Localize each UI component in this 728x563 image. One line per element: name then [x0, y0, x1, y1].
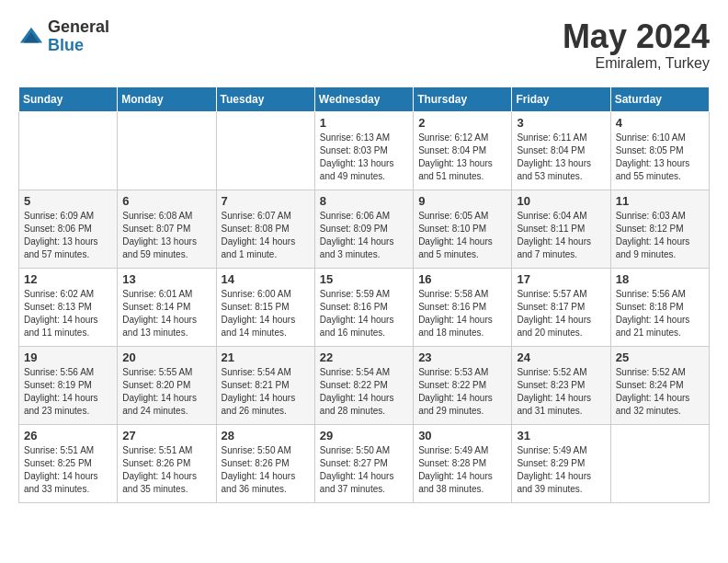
sunrise-text: Sunrise: 6:09 AM: [24, 210, 112, 223]
daylight-text: Daylight: 14 hours and 37 minutes.: [320, 470, 408, 496]
day-info: Sunrise: 6:01 AMSunset: 8:14 PMDaylight:…: [122, 288, 210, 339]
table-row: 23Sunrise: 5:53 AMSunset: 8:22 PMDayligh…: [414, 346, 512, 424]
sunset-text: Sunset: 8:05 PM: [616, 144, 704, 157]
table-row: 2Sunrise: 6:12 AMSunset: 8:04 PMDaylight…: [414, 111, 512, 190]
day-number: 15: [320, 272, 408, 286]
day-number: 22: [320, 350, 408, 364]
table-row: 11Sunrise: 6:03 AMSunset: 8:12 PMDayligh…: [610, 190, 709, 268]
table-row: [610, 424, 709, 502]
daylight-text: Daylight: 14 hours and 7 minutes.: [517, 236, 605, 261]
table-row: 13Sunrise: 6:01 AMSunset: 8:14 PMDayligh…: [118, 268, 216, 346]
sunset-text: Sunset: 8:21 PM: [222, 379, 310, 392]
day-info: Sunrise: 5:52 AMSunset: 8:24 PMDaylight:…: [616, 366, 704, 418]
day-info: Sunrise: 5:55 AMSunset: 8:20 PMDaylight:…: [122, 366, 210, 418]
sunrise-text: Sunrise: 6:03 AM: [616, 210, 704, 223]
sunset-text: Sunset: 8:03 PM: [320, 144, 408, 157]
daylight-text: Daylight: 14 hours and 39 minutes.: [517, 470, 605, 496]
table-row: 12Sunrise: 6:02 AMSunset: 8:13 PMDayligh…: [19, 268, 118, 346]
day-info: Sunrise: 6:08 AMSunset: 8:07 PMDaylight:…: [122, 210, 210, 261]
sunset-text: Sunset: 8:28 PM: [418, 457, 506, 470]
sunset-text: Sunset: 8:13 PM: [24, 301, 112, 314]
day-info: Sunrise: 5:53 AMSunset: 8:22 PMDaylight:…: [418, 366, 506, 418]
sunrise-text: Sunrise: 6:04 AM: [517, 210, 605, 223]
daylight-text: Daylight: 14 hours and 13 minutes.: [122, 314, 210, 339]
day-info: Sunrise: 6:13 AMSunset: 8:03 PMDaylight:…: [320, 132, 408, 183]
daylight-text: Daylight: 14 hours and 26 minutes.: [222, 392, 310, 418]
day-number: 29: [320, 429, 408, 442]
daylight-text: Daylight: 14 hours and 20 minutes.: [517, 314, 605, 339]
day-number: 17: [517, 272, 605, 286]
table-row: 27Sunrise: 5:51 AMSunset: 8:26 PMDayligh…: [118, 424, 216, 502]
table-row: 4Sunrise: 6:10 AMSunset: 8:05 PMDaylight…: [610, 111, 709, 190]
sunset-text: Sunset: 8:15 PM: [222, 301, 310, 314]
day-info: Sunrise: 5:51 AMSunset: 8:26 PMDaylight:…: [122, 444, 210, 496]
day-info: Sunrise: 6:09 AMSunset: 8:06 PMDaylight:…: [24, 210, 112, 261]
sunrise-text: Sunrise: 6:13 AM: [320, 132, 408, 144]
header-thursday: Thursday: [414, 86, 512, 111]
sunset-text: Sunset: 8:29 PM: [517, 457, 605, 470]
daylight-text: Daylight: 14 hours and 1 minute.: [222, 236, 310, 261]
sunset-text: Sunset: 8:08 PM: [222, 223, 310, 236]
table-row: 15Sunrise: 5:59 AMSunset: 8:16 PMDayligh…: [314, 268, 413, 346]
day-info: Sunrise: 6:04 AMSunset: 8:11 PMDaylight:…: [517, 210, 605, 261]
sunset-text: Sunset: 8:24 PM: [616, 379, 704, 392]
day-info: Sunrise: 5:49 AMSunset: 8:29 PMDaylight:…: [517, 444, 605, 496]
day-number: 5: [24, 194, 112, 208]
day-info: Sunrise: 5:56 AMSunset: 8:19 PMDaylight:…: [24, 366, 112, 418]
sunrise-text: Sunrise: 6:02 AM: [24, 288, 112, 301]
day-info: Sunrise: 6:07 AMSunset: 8:08 PMDaylight:…: [222, 210, 310, 261]
sunrise-text: Sunrise: 5:51 AM: [122, 444, 210, 457]
table-row: 7Sunrise: 6:07 AMSunset: 8:08 PMDaylight…: [216, 190, 314, 268]
sunrise-text: Sunrise: 5:50 AM: [222, 444, 310, 457]
sunrise-text: Sunrise: 5:56 AM: [24, 366, 112, 379]
header-saturday: Saturday: [610, 86, 709, 111]
table-row: 29Sunrise: 5:50 AMSunset: 8:27 PMDayligh…: [314, 424, 413, 502]
day-number: 8: [320, 194, 408, 208]
table-row: 25Sunrise: 5:52 AMSunset: 8:24 PMDayligh…: [610, 346, 709, 424]
daylight-text: Daylight: 14 hours and 31 minutes.: [517, 392, 605, 418]
table-row: 20Sunrise: 5:55 AMSunset: 8:20 PMDayligh…: [118, 346, 216, 424]
table-row: [19, 111, 118, 190]
day-info: Sunrise: 5:54 AMSunset: 8:22 PMDaylight:…: [320, 366, 408, 418]
daylight-text: Daylight: 13 hours and 49 minutes.: [320, 157, 408, 183]
sunset-text: Sunset: 8:16 PM: [320, 301, 408, 314]
day-number: 31: [517, 429, 605, 442]
sunrise-text: Sunrise: 6:05 AM: [418, 210, 506, 223]
day-number: 26: [24, 429, 112, 442]
sunset-text: Sunset: 8:14 PM: [122, 301, 210, 314]
daylight-text: Daylight: 14 hours and 3 minutes.: [320, 236, 408, 261]
day-number: 24: [517, 350, 605, 364]
daylight-text: Daylight: 13 hours and 55 minutes.: [616, 157, 704, 183]
sunset-text: Sunset: 8:06 PM: [24, 223, 112, 236]
day-number: 2: [418, 116, 506, 130]
daylight-text: Daylight: 13 hours and 57 minutes.: [24, 236, 112, 261]
logo: General Blue: [18, 18, 109, 55]
sunrise-text: Sunrise: 5:52 AM: [616, 366, 704, 379]
sunset-text: Sunset: 8:27 PM: [320, 457, 408, 470]
daylight-text: Daylight: 14 hours and 32 minutes.: [616, 392, 704, 418]
title-block: May 2024 Emiralem, Turkey: [563, 18, 710, 72]
table-row: [216, 111, 314, 190]
day-number: 25: [616, 350, 704, 364]
sunset-text: Sunset: 8:26 PM: [122, 457, 210, 470]
day-info: Sunrise: 5:56 AMSunset: 8:18 PMDaylight:…: [616, 288, 704, 339]
day-info: Sunrise: 6:02 AMSunset: 8:13 PMDaylight:…: [24, 288, 112, 339]
sunrise-text: Sunrise: 5:52 AM: [517, 366, 605, 379]
day-number: 7: [222, 194, 310, 208]
sunrise-text: Sunrise: 5:59 AM: [320, 288, 408, 301]
sunset-text: Sunset: 8:25 PM: [24, 457, 112, 470]
day-number: 27: [122, 429, 210, 442]
table-row: 5Sunrise: 6:09 AMSunset: 8:06 PMDaylight…: [19, 190, 118, 268]
daylight-text: Daylight: 14 hours and 33 minutes.: [24, 470, 112, 496]
page-header: General Blue May 2024 Emiralem, Turkey: [18, 18, 710, 72]
header-friday: Friday: [512, 86, 610, 111]
day-info: Sunrise: 5:52 AMSunset: 8:23 PMDaylight:…: [517, 366, 605, 418]
day-info: Sunrise: 5:51 AMSunset: 8:25 PMDaylight:…: [24, 444, 112, 496]
day-info: Sunrise: 6:00 AMSunset: 8:15 PMDaylight:…: [222, 288, 310, 339]
sunset-text: Sunset: 8:10 PM: [418, 223, 506, 236]
table-row: 24Sunrise: 5:52 AMSunset: 8:23 PMDayligh…: [512, 346, 610, 424]
sunrise-text: Sunrise: 6:00 AM: [222, 288, 310, 301]
sunrise-text: Sunrise: 6:12 AM: [418, 132, 506, 144]
sunset-text: Sunset: 8:04 PM: [517, 144, 605, 157]
day-number: 23: [418, 350, 506, 364]
